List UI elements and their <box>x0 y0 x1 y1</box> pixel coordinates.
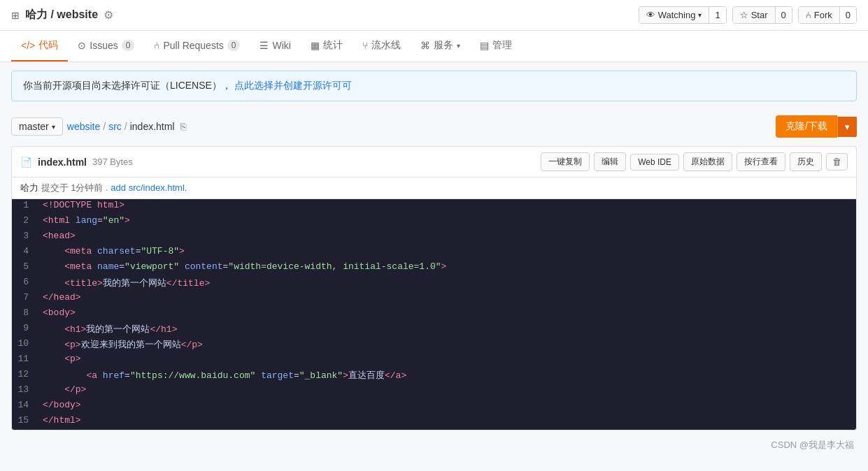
table-row: 2 <html lang="en"> <box>12 215 856 230</box>
star-button[interactable]: ☆ Star 0 <box>732 6 792 24</box>
history-button[interactable]: 历史 <box>790 152 822 171</box>
line-code: <a href="https://www.baidu.com" target="… <box>37 368 856 384</box>
copy-one-click-button[interactable]: 一键复制 <box>541 152 590 171</box>
fork-count[interactable]: 0 <box>839 7 856 23</box>
line-code: </body> <box>37 399 856 414</box>
table-row: 10 <p>欢迎来到我的第一个网站</p> <box>12 338 856 353</box>
line-number: 6 <box>12 276 37 291</box>
tab-code[interactable]: </> 代码 <box>11 31 68 61</box>
line-code: </head> <box>37 291 856 307</box>
watching-count[interactable]: 1 <box>709 7 725 23</box>
nav-tabs: </> 代码 ⊙ Issues 0 ⑃ Pull Requests 0 ☰ Wi… <box>0 31 868 62</box>
sep2: / <box>124 121 127 132</box>
line-number: 14 <box>12 399 37 414</box>
table-row: 1 <!DOCTYPE html> <box>12 199 856 215</box>
clone-button[interactable]: 克隆/下载 ▾ <box>776 115 857 138</box>
fork-icon: ⑃ <box>806 10 811 20</box>
issues-icon: ⊙ <box>78 40 86 51</box>
file-container: 📄 index.html 397 Bytes 一键复制 编辑 Web IDE 原… <box>11 146 857 430</box>
line-code: <h1>我的第一个网站</h1> <box>37 322 856 338</box>
line-code: <meta charset="UTF-8"> <box>37 245 856 261</box>
code-table: 1 <!DOCTYPE html> 2 <html lang="en"> 3 <… <box>12 199 856 430</box>
table-row: 7 </head> <box>12 291 856 307</box>
tab-code-label: 代码 <box>38 39 58 52</box>
top-bar-left: ⊞ 哈力 / website ⚙ <box>11 8 113 22</box>
line-number: 15 <box>12 414 37 430</box>
line-view-button[interactable]: 按行查看 <box>737 152 785 171</box>
tab-manage[interactable]: ▤ 管理 <box>470 31 522 61</box>
raw-button[interactable]: 原始数据 <box>683 152 732 171</box>
watching-label: Watching <box>658 10 696 20</box>
footer: CSDN @我是李大福 <box>0 430 868 460</box>
line-code: <body> <box>37 307 856 322</box>
star-main[interactable]: ☆ Star <box>733 7 775 23</box>
tab-pr-label: Pull Requests <box>163 40 223 51</box>
tab-pipeline-label: 流水线 <box>371 39 401 52</box>
tab-pullrequests[interactable]: ⑃ Pull Requests 0 <box>144 31 250 61</box>
settings-icon[interactable]: ⚙ <box>104 8 113 22</box>
file-size: 397 Bytes <box>92 157 133 167</box>
file-path-bar: master ▾ website / src / index.html ⎘ 克隆… <box>0 110 868 143</box>
pipeline-icon: ⑂ <box>362 40 368 51</box>
tab-wiki-label: Wiki <box>272 40 290 51</box>
file-header: 📄 index.html 397 Bytes 一键复制 编辑 Web IDE 原… <box>11 146 857 177</box>
tab-stats-label: 统计 <box>323 39 343 52</box>
line-number: 5 <box>12 261 37 276</box>
tab-issues[interactable]: ⊙ Issues 0 <box>68 31 144 61</box>
breadcrumb-repo[interactable]: website <box>67 121 100 132</box>
line-code: <p> <box>37 353 856 368</box>
eye-icon: 👁 <box>646 10 655 20</box>
line-number: 2 <box>12 215 37 230</box>
services-icon: ⌘ <box>420 40 430 51</box>
branch-arrow: ▾ <box>52 123 55 131</box>
star-label: Star <box>751 10 768 20</box>
edit-button[interactable]: 编辑 <box>594 152 626 171</box>
license-banner: 你当前开源项目尚未选择许可证（LICENSE）， 点此选择并创建开源许可可 <box>11 71 857 101</box>
file-header-right: 一键复制 编辑 Web IDE 原始数据 按行查看 历史 🗑 <box>541 152 848 171</box>
code-icon: </> <box>21 40 35 51</box>
fork-label: Fork <box>814 10 832 20</box>
repo-title: 哈力 / website <box>25 8 98 22</box>
copy-path-icon[interactable]: ⎘ <box>180 121 186 132</box>
manage-icon: ▤ <box>480 40 489 51</box>
breadcrumb-src[interactable]: src <box>108 121 122 132</box>
line-code: <title>我的第一个网站</title> <box>37 276 856 291</box>
tab-services[interactable]: ⌘ 服务 ▾ <box>411 31 470 61</box>
line-number: 8 <box>12 307 37 322</box>
tab-wiki[interactable]: ☰ Wiki <box>250 31 300 61</box>
watching-main[interactable]: 👁 Watching ▾ <box>639 7 709 23</box>
top-bar: ⊞ 哈力 / website ⚙ 👁 Watching ▾ 1 ☆ Star 0… <box>0 0 868 31</box>
watching-button[interactable]: 👁 Watching ▾ 1 <box>639 6 727 24</box>
commit-message-link[interactable]: add src/index.html. <box>111 182 187 193</box>
star-count[interactable]: 0 <box>775 7 792 23</box>
branch-selector[interactable]: master ▾ <box>11 117 63 136</box>
commit-author: 哈力 <box>20 182 38 193</box>
clone-main[interactable]: 克隆/下载 <box>776 115 837 138</box>
pr-icon: ⑃ <box>154 40 159 51</box>
table-row: 12 <a href="https://www.baidu.com" targe… <box>12 368 856 384</box>
table-row: 6 <title>我的第一个网站</title> <box>12 276 856 291</box>
code-view: 1 <!DOCTYPE html> 2 <html lang="en"> 3 <… <box>11 198 857 430</box>
watching-arrow: ▾ <box>698 11 702 19</box>
fork-button[interactable]: ⑃ Fork 0 <box>798 6 857 24</box>
pr-badge: 0 <box>227 40 241 51</box>
line-code: <p>欢迎来到我的第一个网站</p> <box>37 338 856 353</box>
table-row: 14 </body> <box>12 399 856 414</box>
line-number: 4 <box>12 245 37 261</box>
table-row: 5 <meta name="viewport" content="width=d… <box>12 261 856 276</box>
banner-text: 你当前开源项目尚未选择许可证（LICENSE）， <box>23 80 232 91</box>
breadcrumb: website / src / index.html ⎘ <box>67 121 186 132</box>
tab-pipeline[interactable]: ⑂ 流水线 <box>353 31 411 61</box>
banner-link[interactable]: 点此选择并创建开源许可可 <box>234 80 352 91</box>
wiki-icon: ☰ <box>259 40 269 51</box>
line-code: <meta name="viewport" content="width=dev… <box>37 261 856 276</box>
sep1: / <box>103 121 106 132</box>
line-code: <!DOCTYPE html> <box>37 199 856 215</box>
fork-main[interactable]: ⑃ Fork <box>799 7 839 23</box>
web-ide-button[interactable]: Web IDE <box>630 154 679 171</box>
delete-button[interactable]: 🗑 <box>826 153 848 171</box>
tab-stats[interactable]: ▦ 统计 <box>301 31 353 61</box>
table-row: 9 <h1>我的第一个网站</h1> <box>12 322 856 338</box>
commit-time: 1分钟前 <box>71 182 103 193</box>
clone-arrow[interactable]: ▾ <box>837 117 857 137</box>
